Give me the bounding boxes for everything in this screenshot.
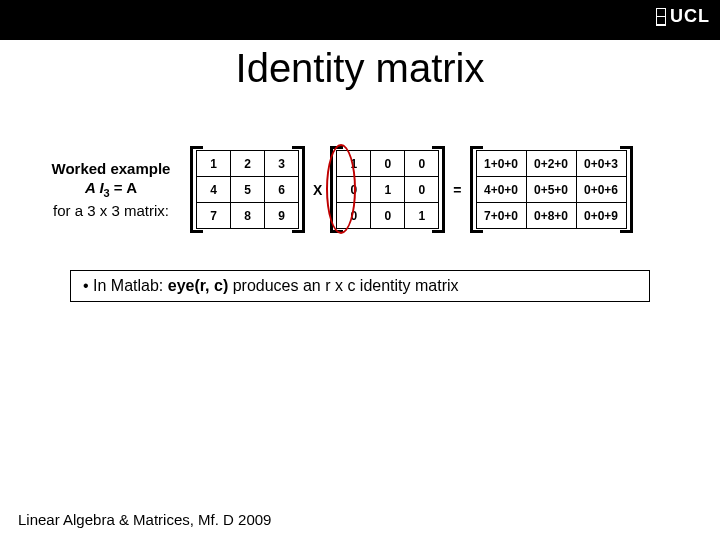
cell: 1 [371, 177, 405, 203]
matlab-suffix: produces an r x c identity matrix [228, 277, 458, 294]
cell: 1 [405, 203, 439, 229]
caption-ai: A I [85, 179, 104, 196]
cell: 0 [337, 177, 371, 203]
multiply-operator: X [309, 182, 326, 198]
cell: 6 [265, 177, 299, 203]
slide: UCL Identity matrix Worked example A I3 … [0, 0, 720, 540]
cell: 2 [231, 151, 265, 177]
caption-line2: A I3 = A [36, 178, 186, 200]
cell: 0+0+6 [576, 177, 626, 203]
cell: 0+0+3 [576, 151, 626, 177]
cell: 1 [337, 151, 371, 177]
worked-example-caption: Worked example A I3 = A for a 3 x 3 matr… [36, 159, 186, 220]
table-row: 123 [197, 151, 299, 177]
cell: 4 [197, 177, 231, 203]
footer-text: Linear Algebra & Matrices, Mf. D 2009 [18, 511, 271, 528]
bracket-right-icon [627, 146, 633, 233]
cell: 0 [337, 203, 371, 229]
table-row: 789 [197, 203, 299, 229]
caption-line1: Worked example [36, 159, 186, 179]
slide-title: Identity matrix [0, 46, 720, 91]
cell: 0+8+0 [526, 203, 576, 229]
cell: 0+2+0 [526, 151, 576, 177]
table-row: 4+0+00+5+00+0+6 [476, 177, 626, 203]
matrix-result-table: 1+0+00+2+00+0+3 4+0+00+5+00+0+6 7+0+00+8… [476, 150, 627, 229]
ucl-logo-text: UCL [670, 6, 710, 27]
table-row: 456 [197, 177, 299, 203]
ucl-logo: UCL [656, 6, 710, 27]
cell: 7 [197, 203, 231, 229]
bracket-right-icon [439, 146, 445, 233]
table-row: 100 [337, 151, 439, 177]
matrix-i: 100 010 001 [336, 150, 439, 229]
cell: 0 [405, 151, 439, 177]
cell: 3 [265, 151, 299, 177]
table-row: 7+0+00+8+00+0+9 [476, 203, 626, 229]
table-row: 1+0+00+2+00+0+3 [476, 151, 626, 177]
table-row: 001 [337, 203, 439, 229]
bracket-left-icon [470, 146, 476, 233]
matlab-prefix: • In Matlab: [83, 277, 168, 294]
matrix-a: 123 456 789 [196, 150, 299, 229]
caption-line3: for a 3 x 3 matrix: [36, 201, 186, 221]
matrix-result: 1+0+00+2+00+0+3 4+0+00+5+00+0+6 7+0+00+8… [476, 150, 627, 229]
cell: 9 [265, 203, 299, 229]
bracket-right-icon [299, 146, 305, 233]
cell: 0+0+9 [576, 203, 626, 229]
cell: 1 [197, 151, 231, 177]
bracket-left-icon [190, 146, 196, 233]
content-row: Worked example A I3 = A for a 3 x 3 matr… [36, 150, 627, 229]
matrix-a-table: 123 456 789 [196, 150, 299, 229]
caption-eq: = A [110, 179, 137, 196]
matlab-function: eye(r, c) [168, 277, 228, 294]
ucl-logo-icon [656, 8, 666, 26]
bracket-left-icon [330, 146, 336, 233]
cell: 1+0+0 [476, 151, 526, 177]
table-row: 010 [337, 177, 439, 203]
matrix-i-table: 100 010 001 [336, 150, 439, 229]
matlab-note: • In Matlab: eye(r, c) produces an r x c… [70, 270, 650, 302]
cell: 0+5+0 [526, 177, 576, 203]
equals-operator: = [449, 182, 465, 198]
cell: 0 [371, 203, 405, 229]
cell: 7+0+0 [476, 203, 526, 229]
cell: 4+0+0 [476, 177, 526, 203]
cell: 0 [405, 177, 439, 203]
cell: 5 [231, 177, 265, 203]
cell: 8 [231, 203, 265, 229]
cell: 0 [371, 151, 405, 177]
top-bar: UCL [0, 0, 720, 40]
